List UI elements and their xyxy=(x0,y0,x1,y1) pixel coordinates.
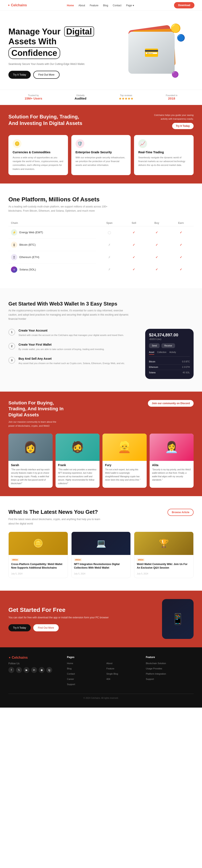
solution-heading: Solution For Buying, Trading, And Invest… xyxy=(8,113,89,126)
footer-link-single-blog[interactable]: Single Blog xyxy=(106,673,118,675)
navbar-nav: Home About Feature Blog Contact Page ▾ xyxy=(67,3,134,7)
hero-section: Manage Your Digital Assets With Confiden… xyxy=(0,11,202,90)
footer-link-feature-sub[interactable]: Feature xyxy=(106,667,115,670)
stat-label: Globally xyxy=(75,94,86,97)
nav-feature[interactable]: Feature xyxy=(90,4,98,7)
phone-tab-asset[interactable]: Asset xyxy=(149,351,154,354)
social-discord-icon[interactable]: ◉ xyxy=(39,667,45,673)
platform-section: One Platform, Millions Of Assets As a le… xyxy=(0,184,202,288)
news-tag: 9/5/24 xyxy=(137,558,145,561)
news-cards: 🪙 8/5/24 Cross-Platform Compatibility: W… xyxy=(8,532,194,578)
solution-card-desc: Access a wide array of opportunities as … xyxy=(12,156,64,171)
col-buy: Buy xyxy=(145,220,168,226)
news-card-1: 🪙 8/5/24 Cross-Platform Compatibility: W… xyxy=(8,532,68,578)
footer-link-usage[interactable]: Usage Provides xyxy=(146,667,162,670)
community-desc: Join our massive community to learn abou… xyxy=(8,420,63,428)
news-date: July 5, 2024 xyxy=(137,572,148,575)
news-desc: Find the latest news about blockchains, … xyxy=(8,517,105,526)
phone-receive-button[interactable]: Receive xyxy=(161,343,175,348)
nav-page[interactable]: Page ▾ xyxy=(126,4,134,7)
steps-phone: $24,374,897.00 +$320.5 (inc) Send Receiv… xyxy=(145,329,194,379)
footer-link-blog[interactable]: Blog xyxy=(67,667,72,670)
testimonial-name: Frank xyxy=(58,463,97,467)
step-1-desc: Started with create the account on the C… xyxy=(19,333,124,337)
solution-card-title: Real-Time Trading xyxy=(138,151,190,154)
nav-about[interactable]: About xyxy=(78,4,85,7)
phone-send-button[interactable]: Send xyxy=(149,343,160,348)
testimonial-quote: "Security is my top priority, and this W… xyxy=(152,468,191,482)
discord-join-button[interactable]: Join our community on Discord xyxy=(148,400,194,407)
hero-heading: Manage Your Digital Assets With Confiden… xyxy=(8,27,94,59)
step-2-title: Create Your First Wallet xyxy=(19,343,104,346)
testimonial-alita: 👩‍💼 Alita "Security is my top priority, … xyxy=(150,434,194,488)
phone-balance: $24,374,897.00 xyxy=(149,333,190,337)
table-row: Ξ Ethereum (ETH) ✗ ✓ ✓ ✓ xyxy=(8,251,194,263)
phone-tabs: Asset Collection Activity xyxy=(149,351,190,356)
news-card-3: 🏆 9/5/24 Web3 Wallet Community Wiki: Joi… xyxy=(134,532,194,578)
solution-try-button[interactable]: Try It Today xyxy=(172,123,194,129)
phone-tab-activity[interactable]: Activity xyxy=(169,351,176,354)
community-section: Solution For Buying, Trading, And Invest… xyxy=(0,392,202,496)
col-chain: Chain xyxy=(8,220,96,226)
social-youtube-icon[interactable]: ▶ xyxy=(24,667,29,673)
news-tag: 8/5/24 xyxy=(11,558,19,561)
cta-find-out-button[interactable]: Find Out More xyxy=(33,624,59,631)
footer-bottom: © 2024 Celchains. All rights reserved. xyxy=(8,694,194,699)
step-1-title: Create Your Account xyxy=(19,329,124,332)
stat-audited: Globally Audited xyxy=(75,94,86,100)
news-tag: 8/5/24 xyxy=(74,558,82,561)
hero-try-button[interactable]: Try It Today xyxy=(8,71,31,79)
step-3: 3 Buy And Sell Any Asset Any asset that … xyxy=(8,357,137,365)
footer-link-404[interactable]: 404 xyxy=(106,678,110,680)
footer: ✦ Celchains Follow Us f 𝕏 ▶ in ◉ ig Page… xyxy=(0,647,202,708)
phone-tab-collection[interactable]: Collection xyxy=(157,351,167,354)
nav-blog[interactable]: Blog xyxy=(103,4,108,7)
navbar-download-button[interactable]: Download xyxy=(174,2,195,8)
footer-link-support[interactable]: Support xyxy=(67,683,75,686)
browse-article-button[interactable]: Browse Article xyxy=(168,509,194,516)
step-1: 1 Create Your Account Started with creat… xyxy=(8,329,137,337)
social-twitter-icon[interactable]: 𝕏 xyxy=(16,667,22,673)
col-sell: Sell xyxy=(123,220,145,226)
news-title: Cross-Platform Compatibility: Web3 Walle… xyxy=(11,562,65,570)
solution-card-desc: With our enterprise-grade security infra… xyxy=(76,156,127,167)
testimonials: 👩 Sarah "The user-friendly interface and… xyxy=(8,434,194,488)
hero-find-out-button[interactable]: Find Out More xyxy=(33,71,59,79)
testimonial-name: Sarah xyxy=(11,463,50,467)
social-linkedin-icon[interactable]: in xyxy=(31,667,37,673)
social-facebook-icon[interactable]: f xyxy=(8,667,14,673)
assets-table: Chain Span Sell Buy Earn ⚡ Energy Web (E… xyxy=(8,220,194,276)
stat-founded: Founded in 2018 xyxy=(166,94,177,100)
footer-link-about[interactable]: About xyxy=(106,662,112,664)
footer-link-platform[interactable]: Platform Integration xyxy=(146,673,166,675)
stat-value: 2018 xyxy=(166,97,177,100)
stat-value: Audited xyxy=(75,97,86,100)
news-date: July 5, 2024 xyxy=(74,572,85,575)
hero-text: Manage Your Digital Assets With Confiden… xyxy=(8,27,94,79)
stat-label: Founded in xyxy=(166,94,177,97)
footer-link-home[interactable]: Home xyxy=(67,662,73,664)
testimonial-frank: 🧔 Frank "This wallet not only provides a… xyxy=(55,434,100,488)
footer-link-contact[interactable]: Contact xyxy=(67,673,75,675)
solution-header: Solution For Buying, Trading, And Invest… xyxy=(8,113,194,129)
news-date: July 5, 2024 xyxy=(11,572,23,575)
footer-link-career[interactable]: Career xyxy=(67,678,74,680)
phone-change: +$320.5 (inc) xyxy=(149,338,190,340)
footer-col-about: About Feature Single Blog 404 xyxy=(106,656,138,687)
nav-contact[interactable]: Contact xyxy=(113,4,121,7)
stats-section: Trusted by 15M+ Users Globally Audited T… xyxy=(0,90,202,105)
testimonial-quote: "The user-friendly interface and top-not… xyxy=(11,468,50,486)
nav-home[interactable]: Home xyxy=(67,4,74,7)
footer-link-blockchain[interactable]: Blockchain Solution xyxy=(146,662,166,664)
hero-subtitle: Seamlessly Secure Your Assets with Our C… xyxy=(8,62,94,66)
footer-brand: ✦ Celchains Follow Us f 𝕏 ▶ in ◉ ig xyxy=(8,656,59,687)
hero-highlight-confidence: Confidence xyxy=(8,47,60,59)
steps-content: 1 Create Your Account Started with creat… xyxy=(8,329,194,379)
cta-try-button[interactable]: Try It Today xyxy=(8,624,31,631)
step-2: 2 Create Your First Wallet By create wal… xyxy=(8,343,137,351)
footer-socials: f 𝕏 ▶ in ◉ ig xyxy=(8,667,59,673)
solution-card-desc: Seamlessly navigate the dynamic world of… xyxy=(138,156,190,167)
footer-link-support-feat[interactable]: Support xyxy=(146,678,154,680)
hero-buttons: Try It Today Find Out More xyxy=(8,71,94,79)
social-instagram-icon[interactable]: ig xyxy=(46,667,52,673)
